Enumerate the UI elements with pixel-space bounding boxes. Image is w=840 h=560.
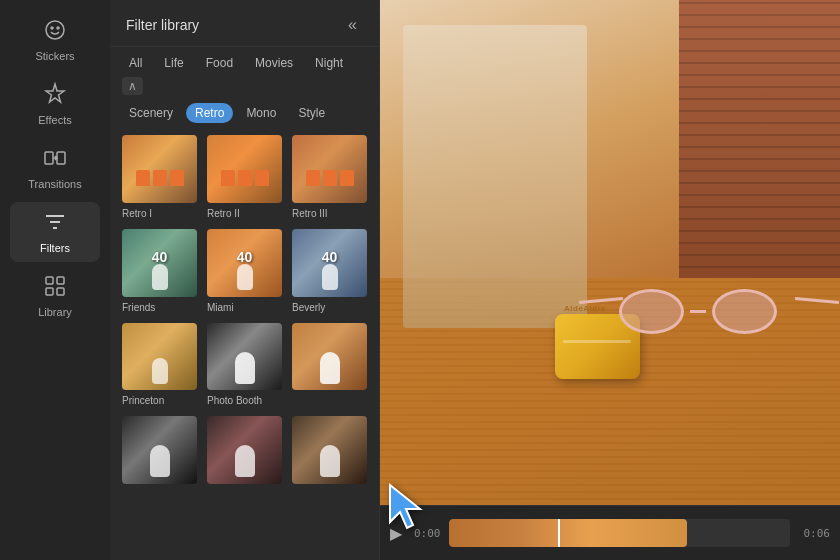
filter-thumb-10 [205, 414, 284, 486]
preview-area: AldéAldis ▶ 0:00 0:06 [380, 0, 840, 560]
svg-point-0 [46, 21, 64, 39]
filter-panel: Filter library « All Life Food Movies Ni… [110, 0, 380, 560]
filter-item-miami[interactable]: 40 Miami [205, 227, 284, 315]
tab-food[interactable]: Food [197, 53, 242, 73]
svg-rect-8 [57, 288, 64, 295]
tab-life[interactable]: Life [155, 53, 192, 73]
svg-rect-4 [57, 152, 65, 164]
filter-item-retro2[interactable]: Retro II [205, 133, 284, 221]
sidebar-item-effects-label: Effects [38, 114, 71, 126]
app-container: Stickers Effects Transitions [0, 0, 840, 560]
sidebar-item-effects[interactable]: Effects [10, 74, 100, 134]
filter-thumb-11 [290, 414, 369, 486]
filter-grid: Retro I Retro II [110, 125, 379, 560]
panel-title: Filter library [126, 17, 199, 33]
preview-image: AldéAldis [380, 0, 840, 505]
thumb-canvas-miami: 40 [207, 229, 282, 297]
thumb-canvas-princeton [122, 323, 197, 391]
effects-icon [43, 82, 67, 110]
filter-thumb-retro2 [205, 133, 284, 205]
filter-thumb-8 [290, 321, 369, 393]
filter-name-9 [120, 486, 199, 491]
sidebar-item-library[interactable]: Library [10, 266, 100, 326]
library-icon [43, 274, 67, 302]
play-button[interactable]: ▶ [390, 524, 402, 543]
filter-name-11 [290, 486, 369, 491]
thumb-canvas-retro2 [207, 135, 282, 203]
filter-tabs-row2: Scenery Retro Mono Style [110, 97, 379, 125]
filter-name-retro1: Retro I [120, 205, 199, 221]
timeline-clip [449, 519, 688, 547]
tab-all[interactable]: All [120, 53, 151, 73]
expand-tabs-button[interactable]: ∧ [122, 77, 143, 95]
svg-rect-3 [45, 152, 53, 164]
tab-movies[interactable]: Movies [246, 53, 302, 73]
filter-thumb-beverly: 40 [290, 227, 369, 299]
sidebar-item-transitions-label: Transitions [28, 178, 81, 190]
filter-item-8[interactable] [290, 321, 369, 409]
svg-rect-7 [46, 288, 53, 295]
panel-header: Filter library « [110, 0, 379, 47]
filter-item-11[interactable] [290, 414, 369, 491]
filter-name-8 [290, 392, 369, 397]
sidebar-item-filters[interactable]: Filters [10, 202, 100, 262]
filter-item-beverly[interactable]: 40 Beverly [290, 227, 369, 315]
filter-thumb-miami: 40 [205, 227, 284, 299]
tab-scenery[interactable]: Scenery [120, 103, 182, 123]
timeline-bar: ▶ 0:00 0:06 [380, 505, 840, 560]
filter-item-friends[interactable]: 40 Friends [120, 227, 199, 315]
filter-name-photobooth: Photo Booth [205, 392, 284, 408]
sidebar-item-filters-label: Filters [40, 242, 70, 254]
thumb-canvas-beverly: 40 [292, 229, 367, 297]
brick-wall [679, 0, 840, 278]
thumb-canvas-retro1 [122, 135, 197, 203]
filter-thumb-retro3 [290, 133, 369, 205]
filter-name-friends: Friends [120, 299, 199, 315]
stickers-icon [43, 18, 67, 46]
collapse-button[interactable]: « [342, 14, 363, 36]
filter-item-photobooth[interactable]: Photo Booth [205, 321, 284, 409]
sidebar-item-transitions[interactable]: Transitions [10, 138, 100, 198]
sidebar-item-stickers-label: Stickers [35, 50, 74, 62]
filter-item-princeton[interactable]: Princeton [120, 321, 199, 409]
filter-thumb-friends: 40 [120, 227, 199, 299]
brand-text: AldéAldis [564, 304, 605, 313]
sidebar: Stickers Effects Transitions [0, 0, 110, 560]
preview-main: AldéAldis [380, 0, 840, 505]
time-current: 0:00 [414, 527, 441, 540]
sunglasses [619, 284, 799, 354]
tab-mono[interactable]: Mono [237, 103, 285, 123]
tab-style[interactable]: Style [289, 103, 334, 123]
filter-item-10[interactable] [205, 414, 284, 491]
thumb-canvas-retro3 [292, 135, 367, 203]
thumb-canvas-friends: 40 [122, 229, 197, 297]
tab-retro[interactable]: Retro [186, 103, 233, 123]
filters-icon [43, 210, 67, 238]
filter-tabs-row1: All Life Food Movies Night ∧ [110, 47, 379, 97]
time-end: 0:06 [804, 527, 831, 540]
filter-item-retro1[interactable]: Retro I [120, 133, 199, 221]
filter-thumb-9 [120, 414, 199, 486]
sidebar-item-stickers[interactable]: Stickers [10, 10, 100, 70]
filter-name-retro2: Retro II [205, 205, 284, 221]
svg-point-1 [51, 27, 53, 29]
thumb-canvas-photobooth [207, 323, 282, 391]
svg-rect-5 [46, 277, 53, 284]
filter-thumb-princeton [120, 321, 199, 393]
transitions-icon [43, 146, 67, 174]
thumb-canvas-11 [292, 416, 367, 484]
timeline-playhead [558, 519, 560, 547]
timeline-track[interactable] [449, 519, 790, 547]
thumb-canvas-9 [122, 416, 197, 484]
filter-item-retro3[interactable]: Retro III [290, 133, 369, 221]
person-bg [403, 25, 587, 328]
tab-night[interactable]: Night [306, 53, 352, 73]
filter-item-9[interactable] [120, 414, 199, 491]
filter-name-miami: Miami [205, 299, 284, 315]
thumb-canvas-10 [207, 416, 282, 484]
thumb-canvas-8 [292, 323, 367, 391]
svg-rect-6 [57, 277, 64, 284]
sidebar-item-library-label: Library [38, 306, 72, 318]
filter-name-beverly: Beverly [290, 299, 369, 315]
filter-name-10 [205, 486, 284, 491]
